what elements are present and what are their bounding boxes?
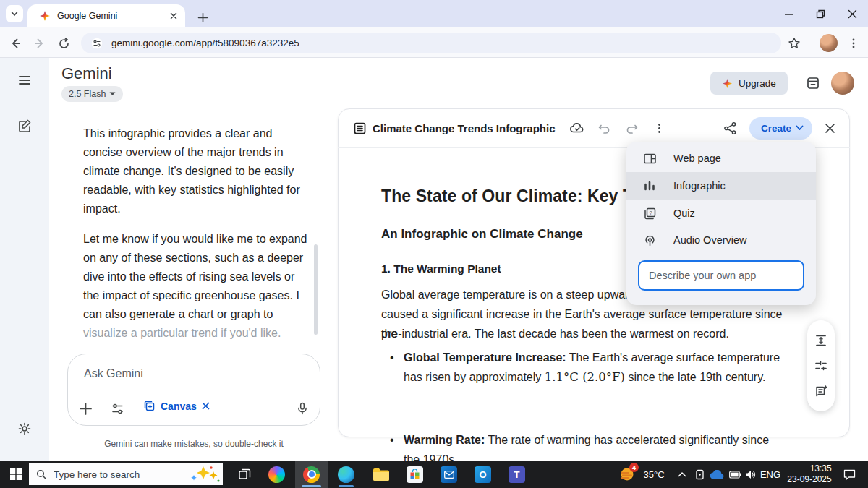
canvas-chip[interactable]: Canvas [143,400,210,412]
taskbar-search-box[interactable] [29,463,223,485]
tab-close-icon[interactable] [169,12,178,20]
time-text: 13:35 [787,463,831,474]
undo-icon[interactable] [596,119,613,137]
task-view-icon[interactable] [231,461,258,488]
chat-scrollbar[interactable] [314,244,318,335]
menu-item-web-page[interactable]: Web page [626,145,816,172]
menu-item-label: Quiz [673,207,695,219]
window-restore-button[interactable] [804,0,836,27]
menu-item-label: Infographic [673,180,726,192]
volume-icon[interactable] [741,461,760,488]
window-close-button[interactable] [836,0,868,27]
history-icon[interactable] [803,73,823,93]
cloud-saved-icon [569,119,586,137]
tab-search-button[interactable] [6,5,23,22]
search-icon [36,469,46,479]
share-icon[interactable] [722,119,739,137]
canvas-icon [143,400,156,412]
taskbar-file-explorer-icon[interactable] [365,461,397,488]
chat-response-paragraph: Let me know if you would like me to expa… [83,230,313,343]
model-selector[interactable]: 2.5 Flash [61,86,123,102]
prompt-input-box[interactable] [67,354,320,426]
sparkle-icon [722,78,733,89]
upgrade-button[interactable]: Upgrade [710,72,788,95]
menu-item-quiz[interactable]: ? Quiz [626,200,816,227]
taskbar-copilot-icon[interactable] [260,461,293,488]
canvas-side-toolbar [807,320,835,411]
main-menu-icon[interactable] [15,71,34,90]
doc-bullet-item: Global Temperature Increase: The Earth's… [381,348,786,387]
onedrive-icon[interactable] [707,461,726,488]
language-indicator[interactable]: ENG [758,461,783,488]
phone-link-icon[interactable] [691,461,708,488]
chat-response-paragraph: This infographic provides a clear and co… [83,124,313,218]
add-note-icon[interactable] [814,385,827,398]
site-info-icon[interactable] [91,38,103,49]
gemini-profile-avatar[interactable] [831,72,854,95]
redo-icon[interactable] [624,119,641,137]
new-chat-icon[interactable] [15,116,34,135]
taskbar-outlook-classic-icon[interactable]: O [467,461,499,488]
create-label: Create [761,123,791,134]
temperature-text[interactable]: 35°C [639,461,668,488]
svg-text:?: ? [649,210,652,216]
taskbar-edge-icon[interactable] [330,461,362,488]
doc-paragraph-line: pre-industrial era. The last decade has … [381,324,790,343]
reload-button[interactable] [54,34,73,53]
start-button[interactable] [3,461,29,488]
adjust-length-icon[interactable] [814,334,827,347]
new-tab-button[interactable] [192,7,213,27]
close-canvas-icon[interactable] [821,119,838,137]
canvas-chip-label: Canvas [161,401,197,412]
window-minimize-button[interactable] [773,0,804,27]
math-text: 1.1°C (2.0°F) [545,370,625,384]
chevron-down-icon [10,9,19,18]
menu-item-audio-overview[interactable]: Audio Overview [626,226,816,254]
address-bar[interactable]: gemini.google.com/app/f58090367a3232e5 [81,33,781,53]
chevron-down-icon [796,125,804,131]
tools-icon[interactable] [109,400,126,417]
chevron-down-icon [109,92,116,96]
taskbar-outlook-new-icon[interactable] [433,461,465,488]
browser-tab[interactable]: Google Gemini [27,4,185,27]
back-button[interactable] [6,34,25,53]
taskbar-chrome-icon[interactable] [295,461,328,488]
tray-chevron-up-icon[interactable] [673,461,692,488]
search-input[interactable] [54,469,182,480]
browser-profile-avatar[interactable] [820,34,838,52]
model-label: 2.5 Flash [69,89,106,99]
taskbar-store-icon[interactable] [399,461,431,488]
clock[interactable]: 13:3523-09-2025 [784,461,835,488]
weather-badge: 4 [629,463,639,472]
upgrade-label: Upgrade [739,78,776,89]
quiz-card-icon: ? [642,206,657,221]
gemini-favicon [39,10,51,22]
settings-gear-icon[interactable] [15,419,34,438]
menu-item-label: Web page [673,153,721,164]
menu-item-infographic[interactable]: Infographic [626,172,816,200]
web-page-icon [642,151,657,166]
browser-menu-icon[interactable] [844,34,863,53]
more-options-icon[interactable] [651,119,668,137]
canvas-title[interactable]: Climate Change Trends Infographic [373,122,556,134]
create-button[interactable]: Create [749,117,812,140]
notification-center-icon[interactable] [836,461,862,488]
bookmark-star-icon[interactable] [785,34,804,53]
tab-title: Google Gemini [57,11,163,21]
prompt-placeholder: Ask Gemini [84,367,143,380]
podcast-icon [642,233,657,247]
microphone-icon[interactable] [294,400,311,417]
disclaimer-text: Gemini can make mistakes, so double-chec… [67,439,320,449]
date-text: 23-09-2025 [787,474,831,485]
forward-button[interactable] [30,34,49,53]
tune-icon[interactable] [814,359,827,372]
app-title: Gemini [61,64,112,83]
taskbar-teams-icon[interactable]: T [501,461,533,488]
describe-app-input[interactable] [638,260,804,291]
canvas-chip-close-icon[interactable] [202,402,210,410]
add-attachment-icon[interactable] [77,400,94,417]
create-dropdown-menu: Web page Infographic ? Quiz Audio Overvi… [626,142,816,305]
url-text: gemini.google.com/app/f58090367a3232e5 [111,38,299,48]
weather-icon[interactable]: 4 [616,461,638,488]
search-highlights-sparkle-icon [189,465,222,484]
